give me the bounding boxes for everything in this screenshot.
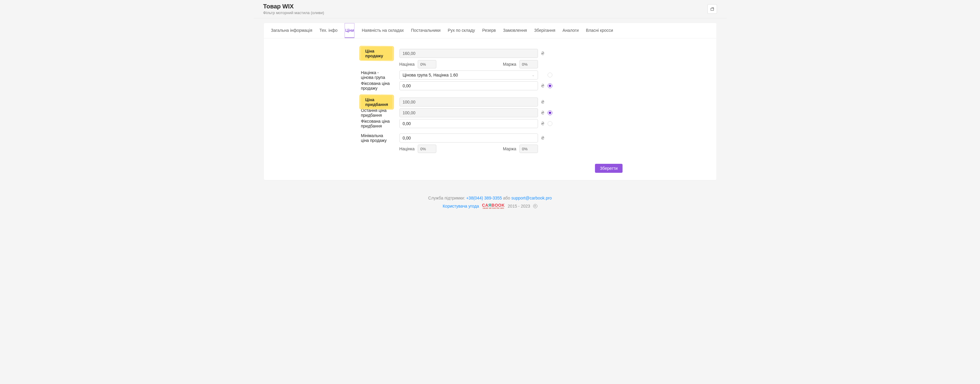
tab-prices[interactable]: Ціни xyxy=(345,23,355,38)
tab-movements[interactable]: Рух по складу xyxy=(448,23,475,38)
row-min-markup: Націнка Маржа ₴ xyxy=(399,143,552,154)
tabs: Загальна інформація Тех. інфо Ціни Наявн… xyxy=(264,23,716,38)
currency-symbol: ₴ xyxy=(541,51,544,56)
input-min-margin[interactable] xyxy=(519,145,538,153)
footer-phone-link[interactable]: +38(044) 389-3355 xyxy=(466,196,502,201)
footer-copyright: 2015 - 2023 xyxy=(508,204,530,209)
radio-fixed-purchase[interactable] xyxy=(547,121,552,126)
tab-orders[interactable]: Замовлення xyxy=(503,23,527,38)
currency-symbol: ₴ xyxy=(541,83,544,89)
input-min-markup[interactable] xyxy=(418,145,436,153)
expand-icon xyxy=(710,7,714,11)
page-subtitle: Фільтр моторний мастила (оливи) xyxy=(263,11,324,15)
currency-symbol: ₴ xyxy=(541,99,544,105)
tab-reserve[interactable]: Резерв xyxy=(482,23,496,38)
tab-tech[interactable]: Тех. інфо xyxy=(319,23,337,38)
row-sale-markup: Націнка Маржа ₴ xyxy=(399,59,552,70)
footer-support-text: Служба підтримки: xyxy=(428,196,466,201)
select-markup-group-value: Цінова група 5, Націнка 1.60 xyxy=(403,73,458,77)
radio-markup-group[interactable] xyxy=(547,73,552,77)
tab-crosses[interactable]: Власні кросси xyxy=(586,23,613,38)
chevron-down-icon: ⌄ xyxy=(532,73,535,77)
input-fixed-sale[interactable] xyxy=(399,81,538,90)
currency-symbol: ₴ xyxy=(541,121,544,126)
label-markup: Націнка xyxy=(399,62,415,67)
input-min-sale[interactable] xyxy=(399,134,538,142)
input-sale-margin[interactable] xyxy=(519,60,538,69)
page-header: Товар WIX Фільтр моторний мастила (оливи… xyxy=(254,0,727,18)
tab-suppliers[interactable]: Постачальники xyxy=(411,23,441,38)
label-margin: Маржа xyxy=(503,62,516,67)
label-min-sale: Мінімальна ціна продажу xyxy=(361,132,392,143)
radio-fixed-sale[interactable] xyxy=(547,83,552,88)
page-title: Товар WIX xyxy=(263,3,324,10)
label-fixed-purchase: Фіксована ціна придбання xyxy=(361,118,392,129)
input-fixed-purchase[interactable] xyxy=(399,119,538,128)
footer: Служба підтримки: +38(044) 389-3355 або … xyxy=(254,187,727,221)
registered-icon: R xyxy=(533,204,538,208)
tab-storage[interactable]: Зберігання xyxy=(534,23,555,38)
row-markup-group: Цінова група 5, Націнка 1.60 ⌄ ₴ xyxy=(399,70,552,80)
select-markup-group[interactable]: Цінова група 5, Націнка 1.60 ⌄ xyxy=(399,70,538,80)
heading-sale-price: Ціна продажу xyxy=(361,47,392,60)
form-area: Ціна продажу Націнка - цінова група Фікс… xyxy=(264,38,716,161)
input-sale-markup[interactable] xyxy=(418,60,436,69)
form-actions: Зберегти xyxy=(354,161,630,180)
footer-or: або xyxy=(503,196,511,201)
label-fixed-sale: Фіксована ціна продажу xyxy=(361,80,392,91)
save-button[interactable]: Зберегти xyxy=(595,164,622,173)
row-fixed-purchase: ₴ xyxy=(399,118,552,129)
expand-button[interactable] xyxy=(707,4,717,14)
input-sale-price[interactable] xyxy=(399,49,538,58)
input-purchase-price[interactable] xyxy=(399,97,538,107)
tab-general[interactable]: Загальна інформація xyxy=(271,23,312,38)
footer-agreement-link[interactable]: Користувача угода xyxy=(442,204,479,209)
svg-rect-0 xyxy=(711,8,713,11)
currency-symbol: ₴ xyxy=(541,110,544,115)
radio-last-purchase[interactable] xyxy=(547,110,552,115)
tab-stock[interactable]: Наявність на складах xyxy=(362,23,404,38)
currency-symbol: ₴ xyxy=(541,135,544,141)
input-last-purchase[interactable] xyxy=(399,108,538,117)
label-min-markup: Націнка xyxy=(399,147,415,151)
row-fixed-sale: ₴ xyxy=(399,80,552,91)
tab-analogs[interactable]: Аналоги xyxy=(563,23,579,38)
footer-logo: CAЯBOOK cause we love the cars xyxy=(482,203,505,209)
heading-purchase-price: Ціна придбання xyxy=(361,96,392,109)
content-card: Загальна інформація Тех. інфо Ціни Наявн… xyxy=(264,23,716,180)
label-markup-group: Націнка - цінова група xyxy=(361,70,392,80)
footer-email-link[interactable]: support@carbook.pro xyxy=(511,196,552,201)
row-sale-price: ₴ xyxy=(399,48,552,59)
row-last-purchase: ₴ xyxy=(399,107,552,118)
row-purchase-price: ₴ xyxy=(399,97,552,107)
row-min-sale: ₴ xyxy=(399,132,552,143)
label-min-margin: Маржа xyxy=(503,147,516,151)
